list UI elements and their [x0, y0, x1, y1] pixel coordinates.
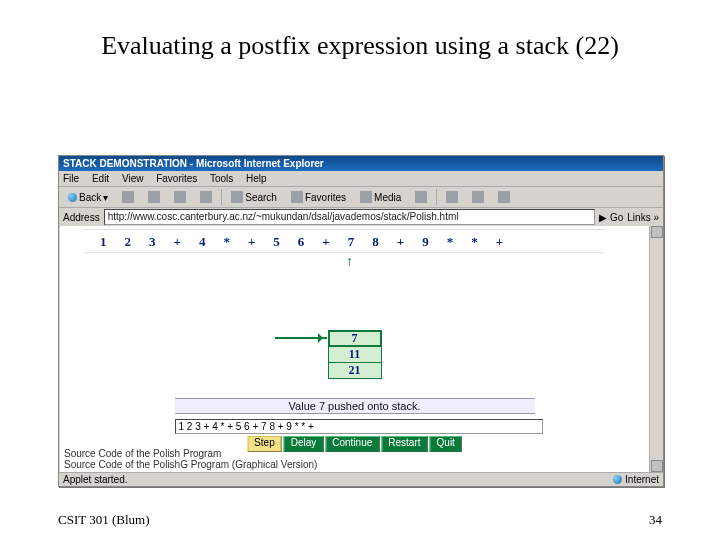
print-icon: [472, 191, 484, 203]
toolbar: Back ▾ Search Favorites Media: [59, 187, 663, 208]
token: +: [322, 234, 329, 250]
history-button[interactable]: [410, 188, 432, 206]
status-left: Applet started.: [63, 474, 127, 485]
favorites-button[interactable]: Favorites: [286, 188, 351, 206]
restart-button[interactable]: Restart: [381, 436, 427, 452]
menu-favorites[interactable]: Favorites: [156, 173, 197, 184]
refresh-icon: [174, 191, 186, 203]
token: 5: [273, 234, 280, 250]
status-right: Internet: [625, 474, 659, 485]
continue-button[interactable]: Continue: [325, 436, 379, 452]
token: 6: [298, 234, 305, 250]
separator: [221, 189, 222, 205]
token: *: [447, 234, 454, 250]
browser-window: STACK DEMONSTRATION - Microsoft Internet…: [58, 155, 664, 487]
stack: 7 11 21: [328, 331, 382, 379]
applet-content: 123+4*+56+78+9**+ ↑ 7 11 21 Value 7 push…: [60, 226, 649, 472]
history-icon: [415, 191, 427, 203]
separator: [436, 189, 437, 205]
expression-input-row: 1 2 3 + 4 * + 5 6 + 7 8 + 9 * * +: [175, 419, 535, 434]
token-strip: 123+4*+56+78+9**+: [100, 234, 609, 250]
refresh-button[interactable]: [169, 188, 191, 206]
menu-edit[interactable]: Edit: [92, 173, 109, 184]
current-token-arrow: ↑: [346, 253, 353, 269]
stop-icon: [148, 191, 160, 203]
token: 7: [348, 234, 355, 250]
token: +: [397, 234, 404, 250]
status-zone: Internet: [613, 474, 659, 485]
print-button[interactable]: [467, 188, 489, 206]
address-field[interactable]: http://www.cosc.canterbury.ac.nz/~mukund…: [104, 209, 596, 225]
token: 1: [100, 234, 107, 250]
go-button[interactable]: ▶ Go: [599, 212, 623, 223]
footer-left: CSIT 301 (Blum): [58, 512, 150, 528]
menubar: File Edit View Favorites Tools Help: [59, 171, 663, 187]
mail-icon: [446, 191, 458, 203]
menu-help[interactable]: Help: [246, 173, 267, 184]
token: 3: [149, 234, 156, 250]
expression-input[interactable]: 1 2 3 + 4 * + 5 6 + 7 8 + 9 * * +: [175, 419, 543, 434]
quit-button[interactable]: Quit: [430, 436, 462, 452]
slide: Evaluating a postfix expression using a …: [0, 0, 720, 540]
edit-icon: [498, 191, 510, 203]
source-link-1[interactable]: Source Code of the Polish Program: [64, 448, 317, 459]
back-button[interactable]: Back ▾: [63, 188, 113, 206]
token: 4: [199, 234, 206, 250]
star-icon: [291, 191, 303, 203]
home-button[interactable]: [195, 188, 217, 206]
page-number: 34: [649, 512, 662, 528]
edit-button[interactable]: [493, 188, 515, 206]
links-button[interactable]: Links »: [627, 212, 659, 223]
search-icon: [231, 191, 243, 203]
stack-cell: 7: [328, 330, 382, 347]
menu-file[interactable]: File: [63, 173, 79, 184]
token: 8: [372, 234, 379, 250]
menu-tools[interactable]: Tools: [210, 173, 233, 184]
vertical-scrollbar[interactable]: [649, 226, 662, 472]
stack-cell: 11: [328, 346, 382, 363]
globe-icon: [613, 475, 622, 484]
source-links: Source Code of the Polish Program Source…: [64, 448, 317, 470]
token: +: [496, 234, 503, 250]
mail-button[interactable]: [441, 188, 463, 206]
stack-cell: 21: [328, 362, 382, 379]
forward-button[interactable]: [117, 188, 139, 206]
slide-title: Evaluating a postfix expression using a …: [0, 0, 720, 63]
search-button[interactable]: Search: [226, 188, 282, 206]
chevron-down-icon: ▾: [103, 192, 108, 203]
token: *: [223, 234, 230, 250]
media-icon: [360, 191, 372, 203]
forward-icon: [122, 191, 134, 203]
media-button[interactable]: Media: [355, 188, 406, 206]
token: 9: [422, 234, 429, 250]
token: +: [248, 234, 255, 250]
status-bar: Applet started. Internet: [59, 472, 663, 486]
token: 2: [125, 234, 132, 250]
source-link-2[interactable]: Source Code of the PolishG Program (Grap…: [64, 459, 317, 470]
push-arrow: [275, 337, 327, 339]
address-label: Address: [63, 212, 100, 223]
menu-view[interactable]: View: [122, 173, 144, 184]
window-titlebar: STACK DEMONSTRATION - Microsoft Internet…: [59, 156, 663, 171]
token: +: [174, 234, 181, 250]
address-bar: Address http://www.cosc.canterbury.ac.nz…: [59, 208, 663, 227]
stop-button[interactable]: [143, 188, 165, 206]
back-icon: [68, 193, 77, 202]
token: *: [471, 234, 478, 250]
status-message: Value 7 pushed onto stack.: [175, 398, 535, 414]
home-icon: [200, 191, 212, 203]
